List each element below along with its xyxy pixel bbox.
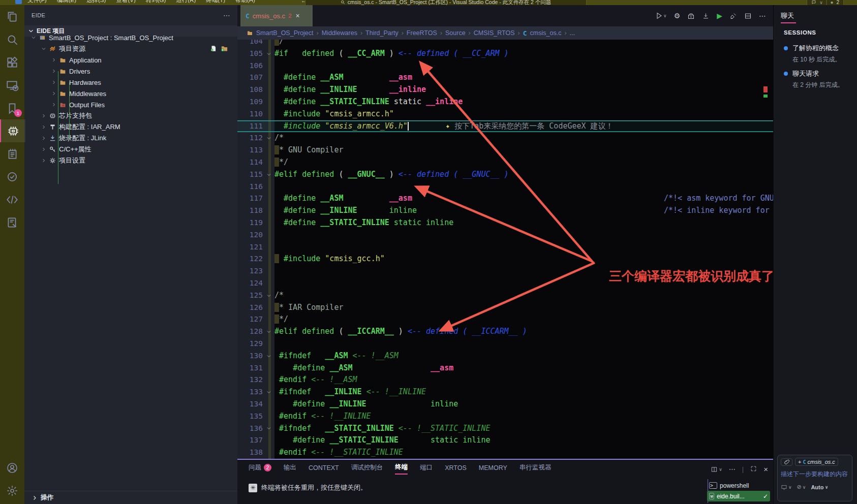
mode-select[interactable]: ⊘ ∨ (797, 484, 806, 490)
terminal-item-eidebuil[interactable]: ⚒eide.buil...✓ (707, 491, 770, 501)
split-editor-button[interactable] (744, 12, 752, 20)
more-actions-icon[interactable]: ⋯ (223, 11, 230, 19)
chevron-right-icon[interactable] (40, 135, 48, 141)
breadcrumb-item[interactable]: ... (570, 29, 575, 37)
more-actions-icon[interactable]: ⋯ (729, 465, 736, 473)
tree-item-output-files[interactable]: Output Files (24, 99, 237, 110)
activity-item-search[interactable] (0, 28, 24, 51)
activity-item-explorer[interactable] (0, 5, 24, 28)
code-line-128[interactable]: 128#elif defined ( __ICCARM__ ) <-- defi… (237, 326, 773, 338)
breadcrumb-item[interactable]: SmartB_OS_Project (256, 29, 314, 37)
fold-chevron-icon[interactable] (263, 350, 274, 362)
activity-item-eide-chip[interactable] (0, 119, 25, 142)
tree-item--[interactable]: 芯片支持包 (24, 110, 237, 121)
code-line-121[interactable]: 121 (237, 241, 773, 254)
fold-chevron-icon[interactable] (263, 48, 274, 60)
code-line-125[interactable]: 125/* (237, 290, 773, 302)
chat-input-box[interactable]: + C cmsis_os.c 描述下一步要构建的内容 ∨ ⊘ ∨ Auto ∨ (777, 455, 852, 501)
code-line-137[interactable]: 137 #define __STATIC_INLINE static inlin… (237, 434, 773, 447)
clean-button[interactable] (729, 12, 737, 20)
breadcrumb[interactable]: SmartB_OS_Project›Middlewares›Third_Part… (237, 26, 773, 40)
chevron-right-icon[interactable] (50, 90, 58, 97)
code-line-138[interactable]: 138 #endif <-- !__STATIC_INLINE (237, 447, 773, 459)
activity-item-extensions[interactable] (0, 51, 24, 74)
menu-S[interactable]: 选择(S) (86, 0, 106, 4)
chevron-right-icon[interactable] (40, 146, 48, 152)
tree-item-c-c-[interactable]: C/C++属性 (24, 144, 237, 155)
chevron-right-icon[interactable] (50, 57, 58, 63)
session-item[interactable]: 聊天请求在 2 分钟 后完成。 (784, 69, 844, 89)
titlebar-chat-widget[interactable]: ∨ | ● 2 (807, 0, 844, 5)
menu-G[interactable]: 转到(G) (146, 0, 166, 4)
tree-item--iar_arm[interactable]: 构建配置 : IAR_ARM (24, 121, 237, 133)
fold-chevron-icon[interactable] (263, 386, 274, 398)
panel-tab-memory[interactable]: MEMORY (479, 464, 507, 474)
tree-item--jlink[interactable]: 烧录配置 : JLink (24, 133, 237, 144)
panel-tab-[interactable]: 输出 (284, 463, 296, 474)
panel-tab-[interactable]: 串行监视器 (519, 463, 552, 474)
code-line-132[interactable]: 132 #endif <-- !__ASM (237, 374, 773, 386)
panel-tab-xrtos[interactable]: XRTOS (445, 464, 467, 474)
code-line-131[interactable]: 131 #define __ASM __asm (237, 362, 773, 374)
code-line-107[interactable]: 107 #define __ASM __asm (237, 72, 773, 84)
tab-close-icon[interactable]: × (296, 12, 300, 20)
code-line-113[interactable]: 113 * GNU Compiler (237, 144, 773, 156)
flash-download-button[interactable] (702, 12, 710, 20)
chevron-down-icon[interactable] (29, 35, 38, 41)
tree-item--[interactable]: 项目资源 (24, 43, 237, 54)
code-line-120[interactable]: 120 (237, 229, 773, 241)
tree-item--[interactable]: 项目设置 (24, 155, 237, 166)
code-line-129[interactable]: 129 (237, 338, 773, 350)
chevron-right-icon[interactable] (40, 113, 48, 119)
code-line-108[interactable]: 108 #define __INLINE __inline (237, 84, 773, 96)
command-center[interactable]: cmsis_os.c - SmartB_OS_Project (工作区) - V… (305, 0, 587, 5)
panel-tab-[interactable]: 问题2 (249, 463, 271, 474)
settings-gear-icon[interactable]: ⚙ (674, 12, 681, 20)
code-line-114[interactable]: 114 */ (237, 156, 773, 169)
terminal-item-powershell[interactable]: >_powershell (707, 480, 770, 491)
panel-tab-[interactable]: 调试控制台 (351, 463, 383, 474)
split-terminal-button[interactable]: ∨ (711, 466, 722, 473)
new-file-button[interactable] (210, 45, 217, 54)
code-line-134[interactable]: 134 #define __INLINE inline (237, 398, 773, 411)
tree-item-smartb_os_project-smartb_os_project[interactable]: SmartB_OS_Project : SmartB_OS_Project (24, 32, 237, 43)
code-line-115[interactable]: 115#elif defined ( __GNUC__ ) <-- define… (237, 169, 773, 181)
activity-item-notepad[interactable] (0, 142, 24, 165)
maximize-panel-icon[interactable] (750, 465, 757, 474)
code-line-109[interactable]: 109 #define __STATIC_INLINE static __inl… (237, 96, 773, 108)
breadcrumb-item[interactable]: cmsis_os.c (530, 29, 562, 37)
tree-item-middlewares[interactable]: Middlewares (24, 88, 237, 99)
fold-chevron-icon[interactable] (263, 290, 274, 302)
tree-item-hardwares[interactable]: Hardwares (24, 77, 237, 88)
breadcrumb-item[interactable]: Middlewares (322, 29, 357, 37)
code-line-130[interactable]: 130 #ifndef __ASM <-- !__ASM (237, 350, 773, 362)
fold-chevron-icon[interactable] (263, 169, 274, 181)
menu-R[interactable]: 运行(R) (176, 0, 196, 4)
activity-item-notebook[interactable] (0, 211, 24, 234)
run-button[interactable]: ▶ (717, 12, 722, 20)
activity-item-test-tree[interactable] (0, 165, 24, 188)
code-line-135[interactable]: 135 #endif <-- !__INLINE (237, 411, 773, 423)
build-button[interactable] (687, 12, 695, 20)
chevron-right-icon[interactable] (50, 102, 58, 108)
context-file-chip[interactable]: + C cmsis_os.c (795, 458, 838, 466)
session-item[interactable]: 了解协程的概念在 10 秒 后完成。 (784, 44, 841, 64)
code-line-119[interactable]: 119 #define __STATIC_INLINE static inlin… (237, 217, 773, 229)
tab-chat[interactable]: 聊天 (781, 11, 794, 20)
attach-button[interactable] (781, 458, 792, 466)
debug-run-button[interactable]: ∨ (655, 12, 667, 20)
tab-cmsis-os[interactable]: C cmsis_os.c 2 × (240, 5, 313, 26)
panel-tab-[interactable]: 终端 (395, 463, 408, 475)
fold-chevron-icon[interactable] (263, 132, 274, 144)
breadcrumb-item[interactable]: Source (445, 29, 466, 37)
code-line-126[interactable]: 126 * IAR Compiler (237, 302, 773, 314)
chevron-down-icon[interactable] (40, 46, 48, 52)
code-line-105[interactable]: 105#if defined ( __CC_ARM ) <-- defined … (237, 48, 773, 60)
breadcrumb-item[interactable]: FreeRTOS (407, 29, 437, 37)
code-line-106[interactable]: 106 (237, 60, 773, 72)
activity-item-remote-explorer[interactable] (0, 74, 24, 97)
menu-V[interactable]: 查看(V) (116, 0, 135, 4)
close-panel-icon[interactable]: × (763, 465, 768, 474)
chevron-right-icon[interactable] (40, 124, 48, 130)
tree-item-application[interactable]: Application (24, 54, 237, 66)
